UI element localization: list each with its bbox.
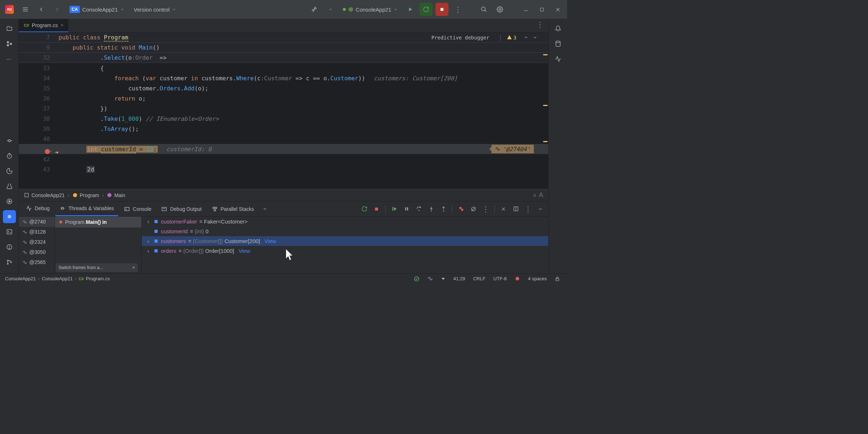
options-icon[interactable]: ⋮ (523, 204, 533, 214)
monitoring-icon[interactable] (552, 52, 565, 65)
thread-item[interactable]: @2565 (19, 257, 55, 267)
problems-tool-icon[interactable] (3, 241, 16, 254)
thread-item[interactable]: @3050 (19, 247, 55, 257)
line-separator[interactable]: CRLF (471, 276, 488, 281)
predictive-debugger-label[interactable]: Predictive debugger (431, 35, 489, 41)
svg-rect-36 (125, 207, 129, 210)
expand-icon[interactable]: › (145, 218, 151, 225)
status-ok-icon[interactable] (412, 276, 422, 282)
debug-tool-icon[interactable] (3, 210, 16, 223)
profiler-tool-icon[interactable] (3, 165, 16, 178)
unit-tests-tool-icon[interactable] (3, 180, 16, 193)
run-config-selector[interactable]: ConsoleApp21 (340, 5, 401, 14)
layout-icon[interactable] (511, 204, 521, 214)
cursor-position[interactable]: 41:29 (451, 276, 468, 281)
svg-point-47 (418, 210, 419, 210)
timer-tool-icon[interactable] (3, 149, 16, 162)
breakpoint-icon[interactable] (45, 149, 50, 154)
code-editor[interactable]: 7 public class Program Predictive debugg… (19, 33, 548, 189)
breadcrumb-item[interactable]: ConsoleApp21 (24, 192, 65, 198)
maximize-icon[interactable] (535, 3, 548, 16)
more-options-icon[interactable]: ⋮ (451, 3, 464, 16)
database-icon[interactable] (552, 37, 565, 50)
expand-icon[interactable]: › (145, 238, 151, 244)
thread-item[interactable]: @3128 (19, 227, 55, 237)
close-icon[interactable] (551, 3, 564, 16)
debug-run-icon[interactable] (404, 3, 417, 16)
indent-setting[interactable]: 4 spaces (526, 276, 549, 281)
svg-rect-39 (213, 207, 214, 208)
terminal-tool-icon[interactable] (3, 225, 16, 238)
file-tab[interactable]: C# Program.cs × (19, 19, 68, 32)
step-into-icon[interactable] (426, 204, 436, 214)
variable-row[interactable]: › orders = {Order[]} Order[1000] View (142, 246, 548, 256)
font-size-toggle[interactable]: A (539, 191, 543, 199)
view-link[interactable]: View (238, 248, 250, 254)
pause-icon[interactable] (401, 204, 412, 214)
rerun-button[interactable] (420, 3, 433, 16)
breakpoints-icon[interactable] (456, 204, 466, 214)
frame-tooltip[interactable]: Switch frames from a... × (56, 263, 138, 272)
build-dropdown-icon[interactable] (324, 3, 337, 16)
step-over-icon[interactable] (414, 204, 424, 214)
error-indicator-icon[interactable] (512, 276, 522, 281)
more-tool-icon[interactable]: ⋯ (3, 52, 16, 65)
project-selector[interactable]: CA ConsoleApp21 (67, 4, 127, 14)
commit-tool-icon[interactable] (3, 134, 16, 147)
warnings-badge[interactable]: 3 (507, 35, 516, 41)
tab-options-icon[interactable]: ⋮ (532, 23, 548, 28)
breadcrumb-item[interactable]: Main (107, 192, 125, 198)
close-tip-icon[interactable]: × (132, 265, 135, 270)
more-debug-icon[interactable]: ⋮ (481, 204, 491, 214)
debug-marker[interactable]: '@27404' (492, 145, 534, 153)
stack-frame[interactable]: Program.Main() in (55, 217, 141, 227)
expand-icon[interactable]: › (145, 248, 151, 254)
svg-rect-69 (556, 278, 559, 281)
font-size-toggle[interactable]: A (533, 193, 536, 197)
notifications-icon[interactable] (552, 22, 565, 35)
breadcrumb-item[interactable]: Program (72, 192, 99, 198)
back-icon[interactable] (35, 3, 48, 16)
editor-marker-strip[interactable] (542, 33, 548, 189)
status-breadcrumb[interactable]: ConsoleApp21 › ConsoleApp21 › C# Program… (5, 276, 110, 281)
chevron-up-icon[interactable] (524, 35, 528, 40)
run-tool-icon[interactable] (3, 195, 16, 208)
stop-debug-icon[interactable] (371, 204, 382, 214)
tab-stacks[interactable]: Parallel Stacks (208, 201, 259, 216)
status-nav-down-icon[interactable] (439, 276, 448, 281)
menu-icon[interactable] (19, 3, 32, 16)
minimize-panel-icon[interactable] (535, 204, 545, 214)
forward-icon[interactable] (51, 3, 64, 16)
chevron-down-icon[interactable] (263, 207, 267, 211)
close-tab-icon[interactable]: × (61, 22, 64, 28)
thread-item[interactable]: @2324 (19, 237, 55, 247)
project-tool-icon[interactable] (3, 22, 16, 35)
variable-row[interactable]: › customerFaker = Faker<Customer> (142, 217, 548, 226)
thread-item[interactable]: @2740 (19, 217, 55, 227)
tab-console[interactable]: Console (120, 201, 156, 216)
close-panel-icon[interactable] (498, 204, 509, 214)
chevron-down-icon[interactable] (533, 35, 537, 40)
tab-threads[interactable]: Threads & Variables (55, 201, 118, 216)
vcs-selector[interactable]: Version control (130, 5, 180, 14)
structure-tool-icon[interactable] (3, 37, 16, 50)
view-link[interactable]: View (264, 238, 276, 244)
variable-row[interactable]: › customers = {Customer[]} Customer[200]… (142, 236, 548, 246)
line-number: 9 (19, 44, 59, 51)
tab-output[interactable]: Debug Output (157, 201, 206, 216)
search-icon[interactable] (477, 3, 490, 16)
minimize-icon[interactable] (519, 3, 532, 16)
variable-row[interactable]: customerId = {int} 0 (142, 226, 548, 236)
readonly-lock-icon[interactable] (553, 276, 562, 281)
stop-button[interactable] (435, 3, 448, 16)
build-icon[interactable] (308, 3, 321, 16)
mute-breakpoints-icon[interactable] (468, 204, 478, 214)
step-out-icon[interactable] (438, 204, 448, 214)
tab-debug[interactable]: Debug (22, 201, 54, 216)
encoding[interactable]: UTF-8 (491, 276, 509, 281)
resume-icon[interactable] (389, 204, 399, 214)
settings-icon[interactable] (493, 3, 506, 16)
status-progress-icon[interactable] (425, 276, 435, 281)
rerun-debug-icon[interactable] (359, 204, 369, 214)
git-tool-icon[interactable] (3, 256, 16, 269)
